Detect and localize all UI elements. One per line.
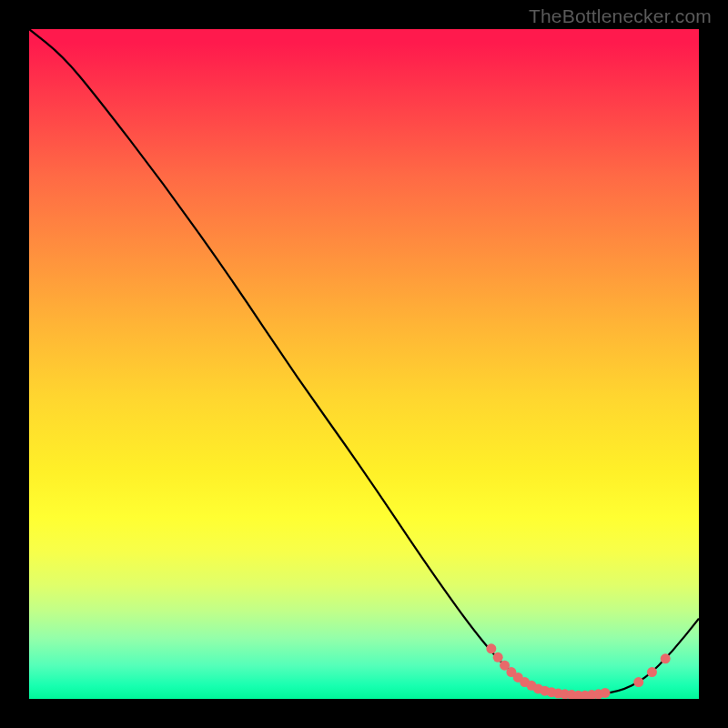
data-marker [540, 686, 550, 696]
data-marker [587, 690, 597, 699]
data-marker [567, 690, 577, 699]
data-marker [527, 681, 537, 691]
bottleneck-curve [29, 29, 699, 694]
data-marker [513, 672, 523, 682]
data-marker [661, 653, 671, 663]
data-marker [500, 661, 510, 671]
curve-svg [29, 29, 699, 699]
data-marker [506, 667, 516, 677]
data-markers [486, 643, 670, 699]
data-marker [520, 677, 530, 687]
data-marker [647, 667, 657, 677]
bottleneck-gradient-plot [29, 29, 699, 699]
data-marker [486, 643, 496, 653]
data-marker [633, 677, 643, 687]
data-marker [560, 689, 570, 699]
data-marker [573, 691, 583, 699]
data-marker [580, 691, 590, 699]
data-marker [553, 689, 563, 699]
data-marker [600, 688, 610, 698]
data-marker [547, 687, 557, 697]
data-marker [493, 652, 503, 662]
data-marker [533, 683, 543, 693]
data-marker [593, 689, 603, 699]
attribution-text: TheBottlenecker.com [529, 5, 712, 27]
